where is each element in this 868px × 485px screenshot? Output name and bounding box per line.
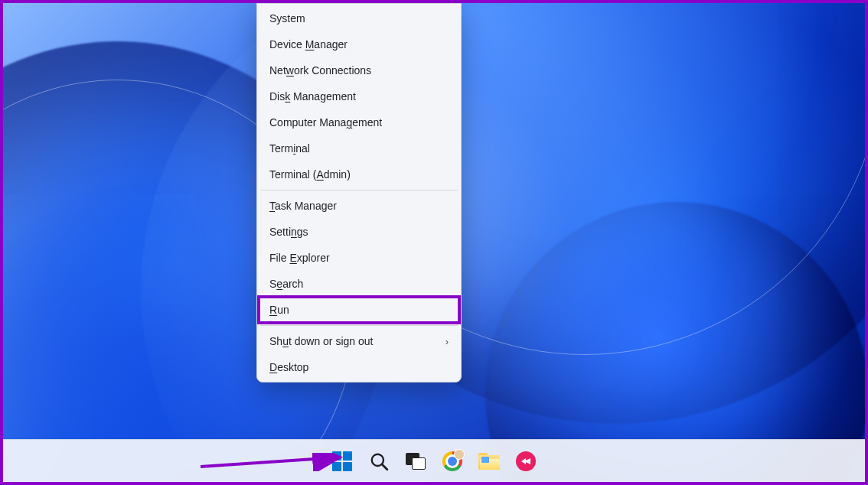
menu-item-label: System bbox=[269, 12, 305, 24]
pink-app-button[interactable] bbox=[515, 451, 537, 472]
menu-item-label: Terminal (Admin) bbox=[269, 168, 351, 181]
menu-item-label: Computer Management bbox=[269, 116, 382, 129]
file-explorer-icon bbox=[478, 453, 500, 470]
menu-item-label: Run bbox=[269, 304, 289, 316]
winx-context-menu: SystemDevice ManagerNetwork ConnectionsD… bbox=[256, 3, 462, 382]
menu-item-task-manager[interactable]: Task Manager bbox=[259, 193, 459, 219]
chevron-right-icon: › bbox=[445, 336, 449, 347]
menu-item-disk-management[interactable]: Disk Management bbox=[259, 83, 459, 109]
menu-item-terminal-admin[interactable]: Terminal (Admin) bbox=[259, 161, 459, 187]
menu-item-label: Device Manager bbox=[269, 38, 348, 50]
menu-separator bbox=[260, 325, 458, 326]
menu-item-label: Desktop bbox=[269, 361, 308, 373]
menu-item-label: Settings bbox=[269, 226, 308, 238]
search-button[interactable] bbox=[368, 451, 390, 472]
menu-item-settings[interactable]: Settings bbox=[259, 219, 459, 245]
menu-item-label: Network Connections bbox=[269, 64, 371, 76]
menu-item-shut-down-or-sign-out[interactable]: Shut down or sign out› bbox=[259, 328, 459, 354]
taskbar bbox=[3, 439, 865, 482]
menu-item-device-manager[interactable]: Device Manager bbox=[259, 31, 459, 57]
menu-item-file-explorer[interactable]: File Explorer bbox=[259, 245, 459, 271]
menu-item-network-connections[interactable]: Network Connections bbox=[259, 57, 459, 83]
search-icon bbox=[369, 451, 389, 471]
menu-item-label: Shut down or sign out bbox=[269, 335, 373, 347]
menu-item-terminal[interactable]: Terminal bbox=[259, 135, 459, 161]
windows-logo-icon bbox=[332, 451, 352, 471]
file-explorer-button[interactable] bbox=[478, 451, 500, 472]
menu-separator bbox=[260, 190, 458, 190]
menu-item-label: Task Manager bbox=[269, 200, 337, 212]
menu-item-system[interactable]: System bbox=[259, 5, 459, 31]
svg-line-1 bbox=[382, 464, 387, 470]
menu-item-search[interactable]: Search bbox=[259, 271, 459, 297]
chrome-icon bbox=[442, 451, 462, 471]
menu-item-desktop[interactable]: Desktop bbox=[259, 354, 459, 380]
menu-item-label: Terminal bbox=[269, 142, 310, 155]
chrome-button[interactable] bbox=[442, 451, 463, 472]
task-view-button[interactable] bbox=[405, 451, 426, 472]
task-view-icon bbox=[406, 453, 426, 470]
menu-item-label: Disk Management bbox=[269, 90, 356, 103]
pink-app-icon bbox=[516, 451, 536, 471]
menu-item-computer-management[interactable]: Computer Management bbox=[259, 109, 459, 135]
menu-item-label: Search bbox=[269, 278, 303, 290]
menu-item-label: File Explorer bbox=[269, 252, 330, 264]
menu-item-run[interactable]: Run bbox=[259, 297, 459, 323]
start-button[interactable] bbox=[331, 451, 353, 472]
